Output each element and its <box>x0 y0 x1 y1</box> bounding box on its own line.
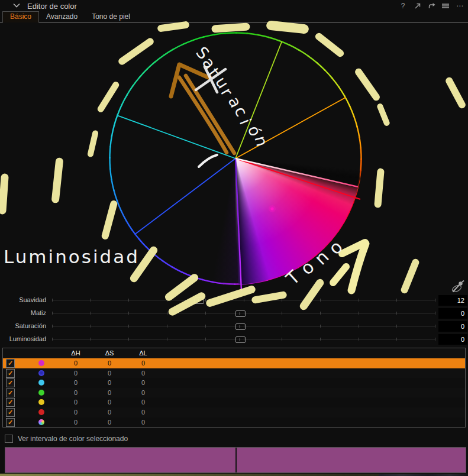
color-editor-panel: Editor de color ? ⋯ Básico Avanzado Tono… <box>0 0 468 476</box>
collapse-chevron-icon[interactable] <box>13 3 20 8</box>
column-delta-l: ΔL <box>131 349 155 357</box>
table-row[interactable]: ✓ 0 0 0 <box>3 368 465 378</box>
row-checkbox[interactable]: ✓ <box>6 408 15 417</box>
tab-avanzado[interactable]: Avanzado <box>39 12 85 22</box>
color-range-picker-icon[interactable] <box>448 280 466 294</box>
matiz-slider[interactable] <box>52 313 435 314</box>
color-swatch-dot <box>38 390 44 396</box>
view-range-label: Ver intervalo de color seleccionado <box>18 435 128 443</box>
color-swatch-dot <box>38 370 44 376</box>
slider-value[interactable]: 0 <box>438 321 467 332</box>
table-row[interactable]: ✓ 0 0 0 <box>3 417 465 428</box>
slider-row-saturacion: Saturación 0 <box>0 321 468 332</box>
color-ranges-table: ΔH ΔS ΔL ✓ 0 0 0 ✓ 0 0 0 ✓ 0 0 0 ✓ 0 <box>2 348 466 428</box>
view-range-checkbox[interactable] <box>5 435 13 443</box>
help-icon[interactable]: ? <box>398 1 408 11</box>
slider-handle[interactable] <box>194 297 204 304</box>
table-row[interactable]: ✓ 0 0 0 <box>3 407 465 417</box>
plus-sign <box>196 67 225 92</box>
slider-row-matiz: Matiz 0 <box>0 308 468 319</box>
row-checkbox[interactable]: ✓ <box>6 418 15 427</box>
slider-value[interactable]: 0 <box>438 334 467 345</box>
hand-drawn-dash-ring <box>2 25 462 312</box>
column-delta-h: ΔH <box>64 349 88 357</box>
minus-tick <box>199 155 217 167</box>
row-checkbox[interactable]: ✓ <box>6 388 15 397</box>
color-swatch-dot <box>38 409 44 415</box>
panel-title: Editor de color <box>27 2 77 11</box>
selected-color-preview <box>5 447 466 473</box>
panel-header: Editor de color ? ⋯ <box>0 0 468 12</box>
table-row[interactable]: ✓ 0 0 0 <box>3 397 465 407</box>
color-swatch-dot <box>38 399 44 405</box>
red-spoke <box>235 158 360 199</box>
slider-label: Luminosidad <box>0 335 46 342</box>
tab-tono-de-piel[interactable]: Tono de piel <box>85 12 137 22</box>
preview-swatch-after <box>237 448 466 472</box>
color-swatch-dot <box>38 380 44 386</box>
more-icon[interactable]: ⋯ <box>455 1 464 11</box>
slider-value[interactable]: 0 <box>438 308 467 319</box>
column-delta-s: ΔS <box>98 349 121 357</box>
preview-swatch-before <box>5 448 237 472</box>
selected-point-marker[interactable] <box>269 205 276 212</box>
wedge-falloff-top <box>109 33 362 284</box>
tab-basico[interactable]: Básico <box>2 11 39 23</box>
tab-bar: Básico Avanzado Tono de piel <box>0 12 468 23</box>
table-row[interactable]: ✓ 0 0 0 <box>3 378 465 388</box>
suavidad-slider[interactable] <box>52 300 435 301</box>
wedge-boundary-line <box>235 158 358 187</box>
luminosity-annotation: Luminosidad <box>4 246 140 267</box>
slider-row-luminosidad: Luminosidad 0 <box>0 334 468 345</box>
color-swatch-dot <box>38 419 44 425</box>
view-range-row: Ver intervalo de color seleccionado <box>5 435 128 443</box>
saturation-arrow <box>171 64 234 153</box>
slider-label: Saturación <box>0 322 46 329</box>
slider-value[interactable]: 12 <box>438 295 467 306</box>
selected-color-wedge[interactable] <box>109 33 362 284</box>
color-swatch-dot <box>38 360 44 366</box>
wedge-falloff-bottom <box>109 33 362 284</box>
adjustment-sliders: Suavidad 12 Matiz 0 Saturación 0 Luminos… <box>0 292 468 348</box>
slider-label: Matiz <box>0 309 46 316</box>
slider-label: Suavidad <box>0 296 46 303</box>
undo-icon[interactable] <box>427 1 436 11</box>
row-checkbox[interactable]: ✓ <box>6 369 15 378</box>
row-checkbox[interactable]: ✓ <box>6 359 15 368</box>
table-row[interactable]: ✓ 0 0 0 <box>3 388 465 398</box>
table-header: ΔH ΔS ΔL <box>3 348 465 358</box>
violet-spoke <box>235 158 241 291</box>
table-row[interactable]: ✓ 0 0 0 <box>3 358 465 368</box>
hue-arrow <box>333 242 366 290</box>
luminosidad-slider[interactable] <box>52 339 435 340</box>
menu-icon[interactable] <box>441 1 450 11</box>
saturacion-slider[interactable] <box>52 326 435 327</box>
slider-row-suavidad: Suavidad 12 <box>0 295 468 306</box>
row-checkbox[interactable]: ✓ <box>6 378 15 387</box>
expand-icon[interactable] <box>412 1 422 11</box>
row-checkbox[interactable]: ✓ <box>6 398 15 407</box>
